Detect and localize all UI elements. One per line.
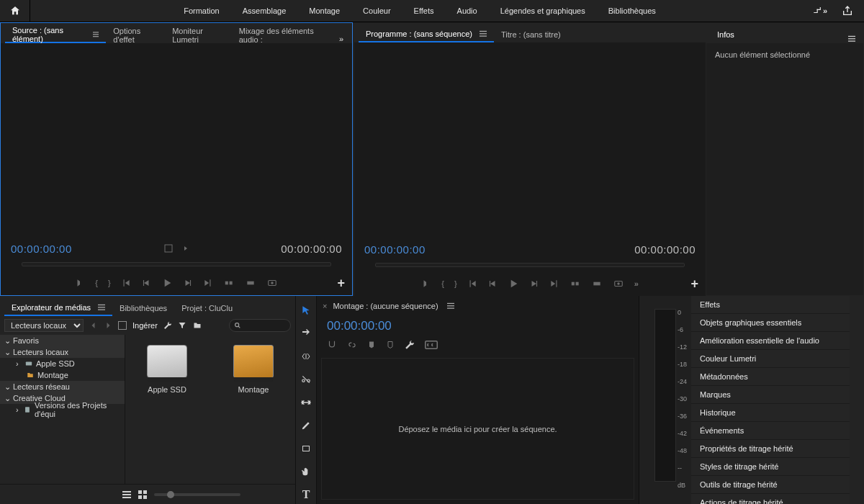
type-tool[interactable]: T (299, 487, 313, 502)
mark-in-icon[interactable] (421, 279, 431, 289)
button-editor-icon[interactable]: + (337, 276, 345, 291)
panel-history[interactable]: Historique (691, 404, 850, 422)
panel-markers[interactable]: Marques (691, 386, 850, 404)
slip-tool[interactable] (299, 395, 313, 410)
panel-legacy-title-tools[interactable]: Outils de titrage hérité (691, 476, 850, 494)
go-to-in-icon[interactable] (467, 279, 477, 289)
workspace-overflow-button[interactable]: » (809, 6, 831, 15)
ingest-checkbox[interactable] (118, 321, 127, 330)
panel-legacy-title-styles[interactable]: Styles de titrage hérité (691, 458, 850, 476)
new-folder-icon[interactable] (192, 321, 202, 330)
program-scrub-bar[interactable] (354, 258, 706, 271)
insert-icon[interactable] (223, 278, 235, 288)
workspace-tab[interactable]: Bibliothèques (597, 0, 667, 22)
hand-tool[interactable] (299, 464, 313, 479)
panel-legacy-title-actions[interactable]: Actions de titrage hérité (691, 494, 850, 504)
infos-panel-menu[interactable] (844, 35, 860, 42)
workspace-tab[interactable]: Formation (172, 0, 231, 22)
panel-metadata[interactable]: Métadonnées (691, 368, 850, 386)
program-timecode-in[interactable]: 00:00:00:00 (364, 243, 426, 256)
list-view-icon[interactable] (122, 490, 131, 499)
workspace-tab[interactable]: Effets (402, 0, 446, 22)
fit-icon[interactable] (164, 244, 173, 253)
tab-source[interactable]: Source : (sans élément) (5, 27, 106, 43)
tab-project[interactable]: Projet : CluClu (174, 300, 240, 316)
source-scrub-bar[interactable] (1, 258, 352, 271)
tab-audio-mix[interactable]: Mixage des éléments audio : (232, 27, 335, 43)
nav-back-icon[interactable] (89, 321, 98, 330)
step-fwd-icon[interactable] (529, 279, 539, 289)
panel-essential-audio[interactable]: Amélioration essentielle de l'audio (691, 332, 850, 350)
panel-menu-icon[interactable] (98, 304, 105, 311)
step-back-icon[interactable] (141, 278, 151, 288)
selection-tool[interactable] (299, 303, 313, 318)
tree-locaux[interactable]: ⌄Lecteurs locaux (0, 346, 125, 358)
timeline-title[interactable]: Montage : (aucune séquence) (333, 302, 438, 310)
step-back-icon[interactable] (487, 279, 498, 289)
panel-effets[interactable]: Effets (691, 296, 850, 314)
export-frame-icon[interactable] (613, 279, 624, 289)
add-marker-icon[interactable] (367, 340, 376, 350)
panel-menu-icon[interactable] (93, 31, 99, 38)
tab-libraries[interactable]: Bibliothèques (112, 300, 174, 316)
panel-legacy-title-props[interactable]: Propriétés de titrage hérité (691, 440, 850, 458)
tab-title[interactable]: Titre : (sans titre) (494, 27, 568, 42)
thumb-disk[interactable]: Apple SSD (138, 345, 196, 474)
go-to-in-icon[interactable] (121, 278, 131, 288)
settings-icon[interactable] (180, 244, 189, 253)
bracket-out-icon[interactable]: } (454, 279, 457, 288)
pen-tool[interactable] (299, 418, 313, 433)
panel-lumetri-color[interactable]: Couleur Lumetri (691, 350, 850, 368)
bracket-in-icon[interactable]: { (441, 279, 444, 288)
share-button[interactable] (831, 5, 864, 17)
caption-track-icon[interactable] (425, 341, 438, 349)
play-icon[interactable] (508, 278, 519, 289)
lift-icon[interactable] (570, 279, 581, 289)
workspace-tab[interactable]: Couleur (351, 0, 402, 22)
source-tabs-overflow[interactable]: » (335, 35, 348, 43)
tab-media-browser[interactable]: Explorateur de médias (4, 300, 112, 316)
button-editor-icon[interactable]: + (690, 276, 698, 292)
tree-versions[interactable]: › Versions des Projets d'équi (0, 404, 125, 415)
tree-reseau[interactable]: ⌄Lecteurs réseau (0, 381, 125, 392)
program-viewport[interactable] (354, 42, 706, 240)
go-to-out-icon[interactable] (203, 278, 213, 288)
overwrite-icon[interactable] (245, 278, 256, 288)
panel-menu-icon[interactable] (480, 30, 487, 37)
linked-selection-icon[interactable] (347, 340, 357, 350)
source-timecode-in[interactable]: 00:00:00:00 (11, 243, 72, 255)
timeline-drop-area[interactable]: Déposez le média ici pour créer la séque… (321, 358, 634, 500)
tree-favoris[interactable]: ⌄Favoris (0, 335, 125, 346)
play-icon[interactable] (161, 277, 173, 289)
rectangle-tool[interactable] (299, 441, 313, 456)
step-fwd-icon[interactable] (183, 278, 193, 288)
source-viewport[interactable] (1, 43, 352, 239)
wrench-icon[interactable] (163, 321, 172, 330)
close-panel-icon[interactable]: × (323, 302, 327, 310)
tab-program[interactable]: Programme : (sans séquence) (359, 27, 494, 42)
workspace-tab[interactable]: Montage (297, 0, 351, 22)
media-search[interactable] (229, 319, 291, 332)
timeline-wrench-icon[interactable] (405, 340, 415, 350)
track-select-tool[interactable] (299, 326, 313, 341)
comparison-icon[interactable]: » (634, 279, 639, 288)
export-frame-icon[interactable] (266, 278, 278, 288)
panel-events[interactable]: Événements (691, 422, 850, 440)
tree-apple-ssd[interactable]: › Apple SSD (0, 358, 125, 369)
tab-lumetri-monitor[interactable]: Moniteur Lumetri (165, 27, 232, 43)
snap-icon[interactable] (327, 340, 337, 350)
workspace-tab[interactable]: Assemblage (231, 0, 298, 22)
drive-select[interactable]: Lecteurs locaux (4, 319, 84, 332)
grid-view-icon[interactable] (138, 490, 147, 499)
razor-tool[interactable] (299, 372, 313, 387)
mark-in-icon[interactable] (75, 278, 85, 288)
workspace-tab[interactable]: Légendes et graphiques (489, 0, 597, 22)
go-to-out-icon[interactable] (549, 279, 559, 289)
marker-icon[interactable] (386, 340, 395, 350)
tree-montage[interactable]: Montage (0, 369, 125, 381)
timeline-timecode[interactable]: 00:00:00:00 (317, 316, 639, 336)
panel-menu-icon[interactable] (447, 302, 454, 310)
tab-infos[interactable]: Infos (710, 27, 742, 42)
bracket-in-icon[interactable]: { (95, 279, 98, 287)
panel-graphics[interactable]: Objets graphiques essentiels (691, 314, 850, 332)
